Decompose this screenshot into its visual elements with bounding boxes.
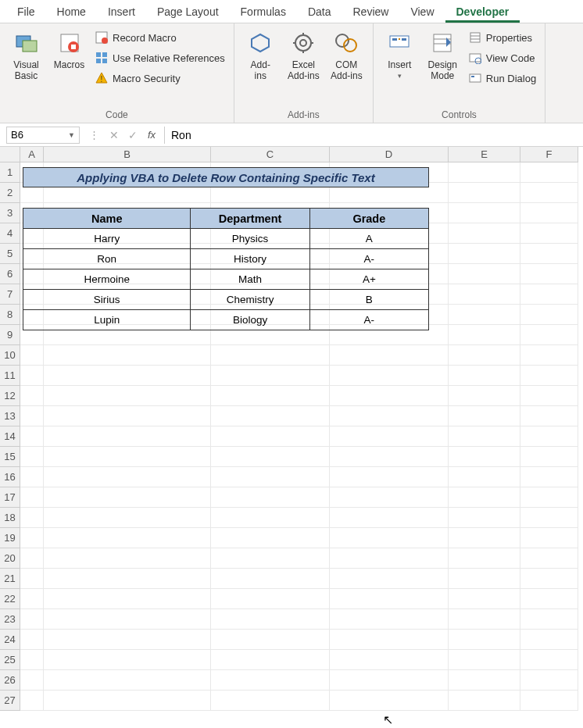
tab-data[interactable]: Data — [297, 1, 342, 23]
design-mode-label: Design Mode — [428, 59, 457, 81]
chevron-down-icon[interactable]: ▼ — [68, 131, 75, 139]
tab-review[interactable]: Review — [342, 1, 400, 23]
warning-icon: ! — [95, 71, 109, 85]
row-head[interactable]: 7 — [0, 284, 20, 305]
macros-button[interactable]: Macros — [48, 27, 91, 73]
header-dept[interactable]: Department — [191, 209, 309, 229]
formula-input[interactable] — [164, 127, 583, 144]
cell[interactable]: Math — [191, 269, 309, 290]
cell[interactable]: Biology — [191, 310, 309, 330]
cell[interactable]: A- — [309, 310, 428, 330]
tab-file[interactable]: File — [6, 1, 46, 23]
sheet-title[interactable]: Applying VBA to Delete Row Containing Sp… — [23, 167, 429, 187]
svg-rect-36 — [471, 76, 474, 77]
cell[interactable]: B — [309, 290, 428, 310]
tab-view[interactable]: View — [399, 1, 445, 23]
row-head[interactable]: 22 — [0, 589, 20, 609]
cell[interactable]: Lupin — [23, 310, 191, 330]
cell[interactable]: Sirius — [23, 290, 191, 310]
row-head[interactable]: 26 — [0, 670, 20, 691]
cell[interactable]: Ron — [23, 249, 191, 269]
col-head-d[interactable]: D — [330, 147, 449, 162]
row-head[interactable]: 25 — [0, 650, 20, 670]
row-head[interactable]: 10 — [0, 345, 20, 366]
header-grade[interactable]: Grade — [309, 209, 428, 229]
row-head[interactable]: 2 — [0, 183, 20, 203]
cell[interactable]: A- — [309, 249, 428, 269]
row-head[interactable]: 5 — [0, 244, 20, 264]
record-macro-icon — [95, 30, 109, 45]
row-head[interactable]: 19 — [0, 528, 20, 548]
col-head-b[interactable]: B — [44, 147, 211, 162]
row-head[interactable]: 13 — [0, 406, 20, 426]
group-addins-label: Add-ins — [239, 107, 368, 123]
cell[interactable]: Hermoine — [23, 269, 191, 290]
run-dialog-button[interactable]: Run Dialog — [464, 69, 540, 87]
gear-icon — [290, 30, 317, 56]
excel-addins-button[interactable]: Excel Add-ins — [282, 27, 325, 84]
column-headers: A B C D E F — [20, 147, 583, 162]
row-head[interactable]: 9 — [0, 325, 20, 345]
row-head[interactable]: 16 — [0, 467, 20, 487]
row-head[interactable]: 24 — [0, 630, 20, 650]
mouse-cursor-icon: ↖ — [383, 712, 393, 727]
svg-rect-22 — [390, 36, 409, 47]
row-head[interactable]: 3 — [0, 203, 20, 223]
svg-point-6 — [102, 37, 108, 44]
row-head[interactable]: 18 — [0, 508, 20, 528]
com-addins-label: COM Add-ins — [331, 59, 363, 81]
cell[interactable]: Physics — [191, 229, 309, 249]
name-box[interactable]: B6 ▼ — [6, 127, 80, 144]
name-box-value: B6 — [11, 129, 23, 141]
cancel-icon[interactable]: ✕ — [105, 129, 123, 141]
visual-basic-button[interactable]: Visual Basic — [5, 27, 48, 84]
addins-button[interactable]: Add- ins — [239, 27, 282, 84]
use-relative-button[interactable]: Use Relative References — [91, 48, 229, 67]
separator: ⋮ — [83, 129, 105, 141]
row-head[interactable]: 1 — [0, 162, 20, 183]
record-macro-button[interactable]: Record Macro — [91, 28, 229, 47]
col-head-f[interactable]: F — [520, 147, 578, 162]
col-head-a[interactable]: A — [20, 147, 44, 162]
row-head[interactable]: 23 — [0, 609, 20, 630]
row-head[interactable]: 21 — [0, 569, 20, 589]
select-all-corner[interactable] — [0, 147, 20, 162]
tab-insert[interactable]: Insert — [97, 1, 146, 23]
cell[interactable]: A+ — [309, 269, 428, 290]
fx-icon[interactable]: fx — [142, 129, 161, 141]
row-head[interactable]: 17 — [0, 487, 20, 508]
svg-point-15 — [300, 40, 306, 46]
com-addins-icon — [333, 30, 359, 56]
col-head-c[interactable]: C — [211, 147, 330, 162]
cell[interactable]: History — [191, 249, 309, 269]
cell[interactable]: Harry — [23, 229, 191, 249]
com-addins-button[interactable]: COM Add-ins — [325, 27, 368, 84]
tab-page-layout[interactable]: Page Layout — [146, 1, 230, 23]
properties-button[interactable]: Properties — [464, 28, 540, 47]
svg-rect-9 — [96, 59, 101, 63]
row-headers: 1234567891011121314151617181920212223242… — [0, 162, 20, 711]
row-head[interactable]: 11 — [0, 366, 20, 386]
group-code: Visual Basic Macros Record Macro Use Rel… — [0, 23, 234, 123]
design-mode-button[interactable]: Design Mode — [421, 27, 464, 84]
row-head[interactable]: 20 — [0, 548, 20, 569]
cell[interactable]: Chemistry — [191, 290, 309, 310]
row-head[interactable]: 27 — [0, 691, 20, 711]
tab-developer[interactable]: Developer — [445, 1, 520, 23]
row-head[interactable]: 8 — [0, 305, 20, 325]
row-head[interactable]: 6 — [0, 264, 20, 284]
header-name[interactable]: Name — [23, 209, 191, 229]
row-head[interactable]: 12 — [0, 386, 20, 406]
tab-formulas[interactable]: Formulas — [230, 1, 297, 23]
row-head[interactable]: 4 — [0, 223, 20, 244]
col-head-e[interactable]: E — [449, 147, 520, 162]
svg-rect-7 — [96, 52, 101, 57]
cell[interactable]: A — [309, 229, 428, 249]
insert-control-button[interactable]: Insert ▾ — [378, 27, 421, 83]
tab-home[interactable]: Home — [46, 1, 97, 23]
macro-security-button[interactable]: ! Macro Security — [91, 69, 229, 87]
row-head[interactable]: 14 — [0, 426, 20, 447]
enter-icon[interactable]: ✓ — [123, 129, 142, 141]
row-head[interactable]: 15 — [0, 447, 20, 467]
view-code-button[interactable]: View Code — [464, 48, 540, 67]
